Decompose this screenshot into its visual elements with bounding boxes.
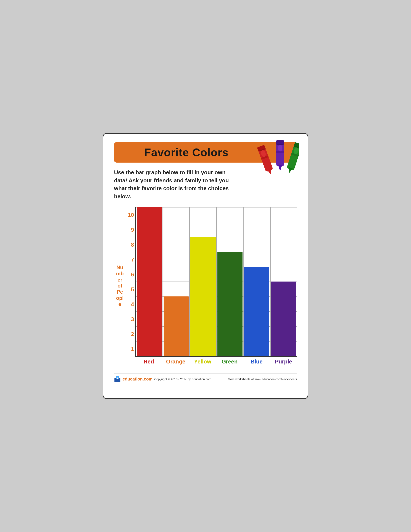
y-num-2: 2 — [131, 327, 134, 342]
bar-blue — [244, 267, 269, 356]
bar-red — [137, 207, 162, 356]
svg-marker-17 — [287, 167, 293, 174]
footer-logo-text: education.com — [122, 377, 152, 381]
footer-logo-tld: .com — [142, 377, 152, 381]
y-numbers: 1 2 3 4 5 6 7 8 9 10 — [126, 207, 135, 357]
page-title: Favorite Colors — [144, 146, 228, 159]
header-banner: Favorite Colors — [114, 142, 297, 162]
y-num-5: 5 — [131, 282, 134, 297]
education-logo-icon — [114, 376, 121, 383]
svg-marker-10 — [278, 165, 282, 171]
x-label-red: Red — [135, 358, 162, 365]
y-axis-label: NumberofPeople — [114, 207, 126, 365]
bar-col-green — [216, 207, 243, 356]
svg-point-12 — [278, 145, 282, 152]
bar-col-orange — [163, 207, 189, 356]
footer-logo-education: education — [122, 377, 142, 381]
bar-yellow — [190, 237, 215, 356]
bar-green — [217, 252, 243, 356]
bar-orange — [164, 296, 189, 356]
bar-col-purple — [270, 207, 297, 356]
bar-col-red — [136, 207, 163, 356]
y-num-3: 3 — [131, 312, 134, 327]
svg-point-24 — [117, 378, 118, 378]
x-labels: Red Orange Yellow Green Blue Purple — [135, 358, 297, 365]
y-num-7: 7 — [131, 252, 134, 267]
footer-left: education.com Copyright © 2013 - 2014 by… — [114, 376, 211, 383]
y-num-10: 10 — [128, 208, 134, 223]
x-label-blue: Blue — [243, 358, 270, 365]
bar-purple — [271, 282, 296, 356]
y-axis-text: NumberofPeople — [116, 265, 124, 307]
y-num-8: 8 — [131, 238, 134, 252]
x-label-orange: Orange — [162, 358, 189, 365]
y-num-9: 9 — [131, 223, 134, 238]
y-num-1: 1 — [131, 342, 134, 357]
y-num-6: 6 — [131, 267, 134, 282]
footer-copyright: Copyright © 2013 - 2014 by Education.com — [154, 378, 211, 381]
y-num-4: 4 — [131, 297, 134, 312]
bar-graph: NumberofPeople 1 2 3 4 5 6 7 8 9 10 — [114, 207, 297, 365]
instruction-text: Use the bar graph below to fill in your … — [114, 169, 237, 201]
x-label-yellow: Yellow — [189, 358, 216, 365]
grid-area — [135, 207, 297, 357]
footer-more-worksheets: More worksheets at www.education.com/wor… — [228, 378, 297, 381]
svg-rect-13 — [276, 144, 284, 145]
graph-inner: 1 2 3 4 5 6 7 8 9 10 — [126, 207, 297, 357]
bar-col-blue — [243, 207, 270, 356]
graph-body: 1 2 3 4 5 6 7 8 9 10 — [126, 207, 297, 365]
x-label-green: Green — [216, 358, 243, 365]
bar-col-yellow — [189, 207, 216, 356]
x-label-purple: Purple — [270, 358, 297, 365]
crayons-illustration — [254, 136, 299, 180]
footer: education.com Copyright © 2013 - 2014 by… — [114, 373, 297, 383]
worksheet-page: Favorite Colors — [103, 133, 308, 399]
bars-overlay — [136, 207, 297, 356]
